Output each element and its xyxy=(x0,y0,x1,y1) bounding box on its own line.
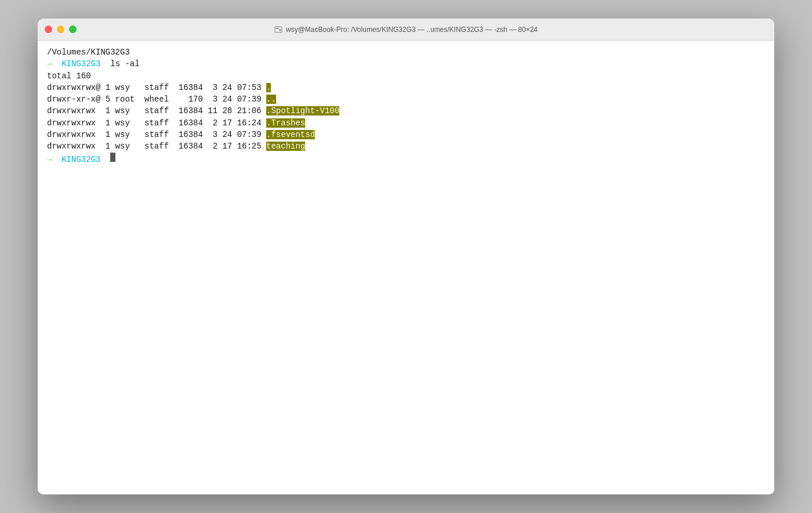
cursor xyxy=(110,153,115,162)
terminal-body[interactable]: /Volumes/KING32G3 → KING32G3 ls -al tota… xyxy=(38,41,774,494)
entry-row-2: drwxrwxrwx 1 wsy staff 16384 11 28 21:06… xyxy=(47,105,765,117)
svg-point-2 xyxy=(279,29,281,31)
entry-row-4: drwxrwxrwx 1 wsy staff 16384 3 24 07:39 … xyxy=(47,129,765,140)
entry-row-3: drwxrwxrwx 1 wsy staff 16384 2 17 16:24 … xyxy=(47,117,765,129)
prompt-line-2: → KING32G3 xyxy=(47,153,765,165)
entry-row-0: drwxrwxrwx@ 1 wsy staff 16384 3 24 07:53… xyxy=(47,82,765,93)
titlebar-text: wsy@MacBook-Pro: /Volumes/KING32G3 — ..u… xyxy=(274,26,538,34)
command: ls -al xyxy=(100,58,139,70)
filename-3: .Trashes xyxy=(266,118,305,128)
prompt-label: KING32G3 xyxy=(61,58,100,70)
filename-5: teaching xyxy=(266,142,305,151)
maximize-button[interactable] xyxy=(69,26,77,33)
terminal-window: wsy@MacBook-Pro: /Volumes/KING32G3 — ..u… xyxy=(38,19,774,494)
prompt-label-2: KING32G3 xyxy=(61,154,100,165)
arrow-icon: → xyxy=(47,58,52,70)
disk-icon xyxy=(274,26,282,34)
filename-0: . xyxy=(266,83,271,92)
total-line: total 160 xyxy=(47,70,765,82)
filename-1: .. xyxy=(266,95,276,104)
command-line: → KING32G3 ls -al xyxy=(47,58,765,70)
arrow-icon-2: → xyxy=(47,154,52,165)
close-button[interactable] xyxy=(45,26,52,33)
titlebar: wsy@MacBook-Pro: /Volumes/KING32G3 — ..u… xyxy=(38,19,774,41)
cwd-line: /Volumes/KING32G3 xyxy=(47,46,765,58)
svg-rect-1 xyxy=(276,28,278,29)
filename-4: .fseventsd xyxy=(266,130,315,139)
entry-row-1: drwxr-xr-x@ 5 root wheel 170 3 24 07:39 … xyxy=(47,93,765,105)
titlebar-title: wsy@MacBook-Pro: /Volumes/KING32G3 — ..u… xyxy=(286,26,538,34)
minimize-button[interactable] xyxy=(57,26,64,33)
traffic-lights xyxy=(45,26,77,33)
entry-row-5: drwxrwxrwx 1 wsy staff 16384 2 17 16:25 … xyxy=(47,140,765,152)
filename-2: .Spotlight-V100 xyxy=(266,106,339,115)
